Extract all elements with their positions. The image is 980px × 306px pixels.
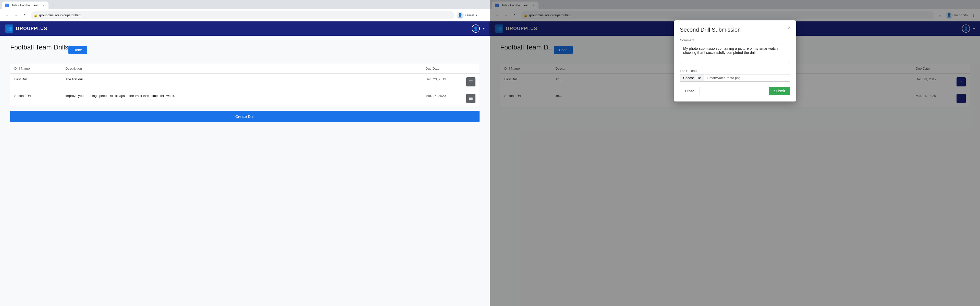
create-drill-button[interactable]: Create Drill — [10, 111, 479, 122]
tab-title-1: Drills - Football Team — [11, 3, 39, 7]
modal-footer: Close Submit — [680, 87, 790, 95]
comment-label: Comment — [680, 38, 790, 42]
svg-rect-1 — [469, 82, 473, 82]
modal-submit-button[interactable]: Submit — [769, 87, 790, 95]
modal-close-btn[interactable]: Close — [680, 87, 700, 95]
comment-form-group: Comment My photo submission containing a… — [680, 38, 790, 65]
logo-icon-1: 👥 — [5, 24, 13, 33]
tab-favicon-1 — [5, 3, 9, 7]
browser-window-1: Drills - Football Team × + ← → ↻ 🔒 group… — [0, 0, 490, 306]
forward-button-1[interactable]: → — [12, 12, 19, 19]
svg-rect-5 — [469, 100, 473, 100]
app-content-1: 👥 GROUPPLUS 👤 ▾ Football Team Drills Don… — [0, 21, 490, 306]
user-icon-1[interactable]: 👤 — [472, 24, 480, 33]
profile-area-1: 👤 Guest ▾ — [457, 12, 477, 19]
main-content-1: Football Team Drills Done Drill Name Des… — [0, 36, 490, 306]
reload-button-1[interactable]: ↻ — [21, 12, 29, 19]
profile-label-1: Guest — [465, 13, 474, 17]
drill-name-cell-2: Second Drill — [10, 90, 61, 107]
col-header-action-1 — [462, 63, 479, 74]
address-bar-1: ← → ↻ 🔒 groupplus.live/groups/drills/1 👤… — [0, 9, 490, 21]
drill-action-cell-2 — [462, 90, 479, 107]
back-button-1[interactable]: ← — [3, 12, 10, 19]
profile-icon-1[interactable]: 👤 — [457, 12, 464, 19]
file-upload-area: Choose File SmartWatchPhoto.png — [680, 74, 790, 82]
new-tab-button-1[interactable]: + — [49, 2, 57, 9]
browser-window-2: Drills - Football Team × + ← → ↻ 🔒 group… — [490, 0, 980, 306]
drill-action-cell-1 — [462, 74, 479, 90]
menu-button-1[interactable]: ⋮ — [479, 12, 487, 19]
title-row-1: Football Team Drills Done — [10, 43, 479, 57]
table-row: Second Drill Improve your running speed.… — [10, 90, 479, 107]
modal-overlay: Second Drill Submission × Comment My pho… — [490, 0, 980, 306]
svg-rect-2 — [469, 83, 473, 83]
drill-desc-cell-2: Improve your running speed. Do six laps … — [61, 90, 422, 107]
drills-table-1: Drill Name Description Due Date First Dr… — [10, 63, 479, 106]
list-icon-1 — [469, 79, 473, 84]
col-header-date-1: Due Date — [422, 63, 462, 74]
file-name-display: SmartWatchPhoto.png — [704, 74, 790, 82]
table-header-1: Drill Name Description Due Date — [10, 63, 479, 74]
profile-chevron-1: ▾ — [476, 13, 477, 17]
comment-textarea[interactable]: My photo submission containing a picture… — [680, 44, 790, 64]
drill-date-cell-1: Dec. 23, 2019 — [422, 74, 462, 90]
user-chevron-1: ▾ — [483, 27, 485, 30]
svg-rect-4 — [469, 98, 473, 99]
submission-modal: Second Drill Submission × Comment My pho… — [674, 21, 796, 101]
header-right-1: 👤 ▾ — [472, 24, 485, 33]
list-icon-2 — [469, 96, 473, 101]
drill-date-cell-2: Mar. 16, 2020 — [422, 90, 462, 107]
drill-name-cell-1: First Drill — [10, 74, 61, 90]
svg-rect-0 — [469, 81, 473, 81]
lock-icon-1: 🔒 — [34, 14, 38, 17]
tab-bar-1: Drills - Football Team × + — [0, 0, 490, 9]
tab-close-1[interactable]: × — [41, 3, 45, 7]
modal-title: Second Drill Submission — [680, 27, 790, 33]
modal-close-button[interactable]: × — [786, 24, 792, 30]
col-header-desc-1: Description — [61, 63, 422, 74]
svg-rect-3 — [469, 97, 473, 98]
url-text-1: groupplus.live/groups/drills/1 — [39, 13, 81, 17]
active-tab-1[interactable]: Drills - Football Team × — [2, 2, 48, 9]
file-upload-label: File Upload — [680, 69, 790, 73]
file-upload-form-group: File Upload Choose File SmartWatchPhoto.… — [680, 69, 790, 82]
drill-action-button-1[interactable] — [466, 77, 476, 86]
col-header-name-1: Drill Name — [10, 63, 61, 74]
drill-action-button-2[interactable] — [466, 94, 476, 103]
url-bar-1[interactable]: 🔒 groupplus.live/groups/drills/1 — [30, 11, 455, 19]
drill-desc-cell-1: The first drill — [61, 74, 422, 90]
table-row: First Drill The first drill Dec. 23, 201… — [10, 74, 479, 90]
done-button-1[interactable]: Done — [68, 46, 87, 54]
app-header-1: 👥 GROUPPLUS 👤 ▾ — [0, 21, 490, 36]
app-logo-1: 👥 GROUPPLUS — [5, 24, 47, 33]
choose-file-button[interactable]: Choose File — [680, 74, 704, 82]
app-name-1: GROUPPLUS — [16, 26, 47, 32]
page-title-1: Football Team Drills — [10, 43, 68, 51]
